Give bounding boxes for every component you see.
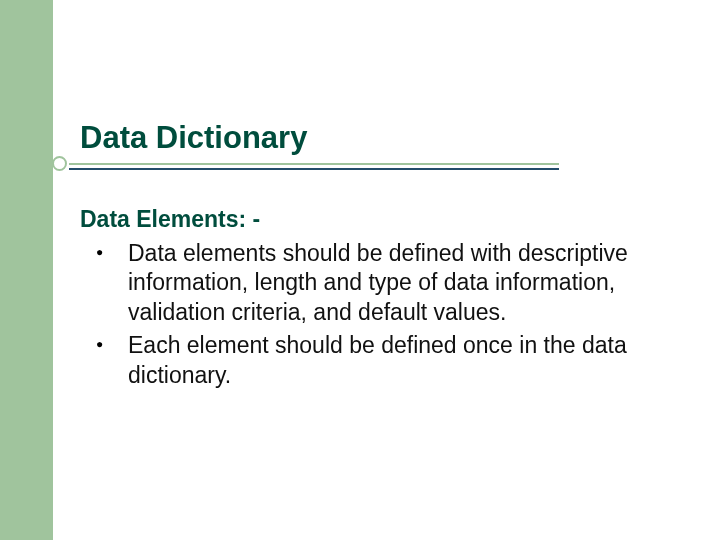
divider-line-top [69, 163, 559, 165]
divider-circle-icon [52, 156, 67, 171]
list-item: Each element should be defined once in t… [96, 331, 670, 390]
accent-sidebar [0, 0, 53, 540]
slide-content: Data Dictionary Data Elements: - Data el… [80, 120, 670, 394]
slide-title: Data Dictionary [80, 120, 670, 156]
title-divider [80, 162, 670, 168]
section-subheading: Data Elements: - [80, 206, 670, 233]
list-item: Data elements should be defined with des… [96, 239, 670, 327]
bullet-list: Data elements should be defined with des… [96, 239, 670, 390]
divider-line-bottom [69, 168, 559, 170]
